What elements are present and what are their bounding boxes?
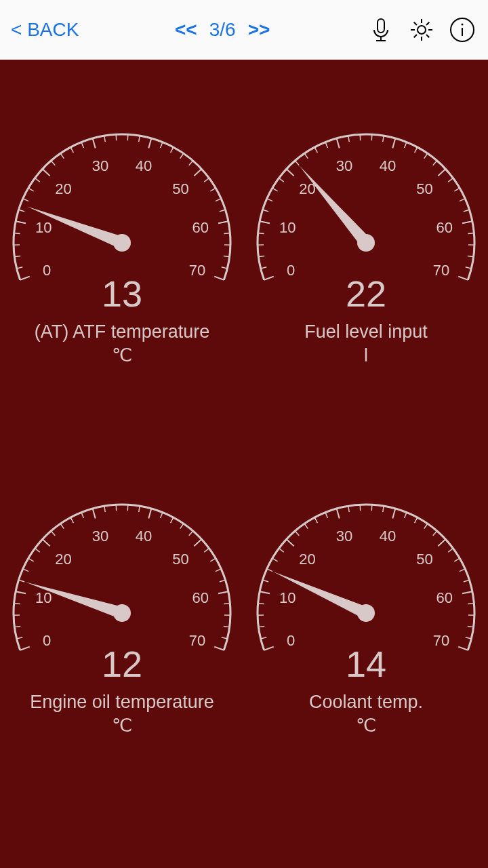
svg-line-113 xyxy=(93,509,96,518)
svg-text:0: 0 xyxy=(287,632,295,649)
svg-line-39 xyxy=(51,161,55,165)
svg-line-138 xyxy=(139,506,140,512)
svg-line-170 xyxy=(258,627,264,627)
svg-line-196 xyxy=(466,637,472,639)
svg-line-81 xyxy=(263,210,269,212)
svg-line-8 xyxy=(414,22,417,24)
svg-line-55 xyxy=(224,233,230,234)
svg-line-101 xyxy=(468,233,474,234)
svg-line-95 xyxy=(424,153,428,158)
svg-text:50: 50 xyxy=(416,180,432,197)
svg-line-175 xyxy=(272,558,278,561)
prev-page-button[interactable]: << xyxy=(175,19,197,41)
svg-line-82 xyxy=(267,199,272,201)
header-actions xyxy=(366,15,477,45)
svg-line-107 xyxy=(20,647,30,650)
svg-line-36 xyxy=(23,199,28,201)
svg-line-126 xyxy=(14,604,20,604)
svg-text:50: 50 xyxy=(416,551,432,568)
svg-line-61 xyxy=(264,277,274,280)
svg-line-123 xyxy=(17,637,23,639)
svg-line-111 xyxy=(43,539,50,546)
svg-line-94 xyxy=(415,147,418,153)
svg-line-130 xyxy=(35,549,40,552)
svg-line-97 xyxy=(448,178,453,182)
svg-line-119 xyxy=(218,591,228,593)
gauge-fuel-level[interactable]: 010203040506070 22 Fuel level inputl xyxy=(244,127,488,498)
back-button[interactable]: < BACK xyxy=(11,19,79,41)
svg-text:30: 30 xyxy=(92,157,108,174)
svg-line-27 xyxy=(218,221,228,223)
svg-line-54 xyxy=(220,210,226,212)
svg-line-188 xyxy=(433,531,437,536)
svg-line-179 xyxy=(314,517,317,523)
svg-text:40: 40 xyxy=(380,157,396,174)
gauge-atf-temp[interactable]: 010203040506070 13 (AT) ATF temperature℃ xyxy=(0,127,244,498)
svg-line-38 xyxy=(35,178,40,182)
svg-line-144 xyxy=(210,558,216,561)
svg-line-48 xyxy=(171,147,174,153)
svg-line-155 xyxy=(260,591,270,593)
svg-line-51 xyxy=(204,178,209,182)
svg-line-15 xyxy=(20,277,30,280)
svg-line-127 xyxy=(19,580,25,582)
svg-line-128 xyxy=(23,569,28,572)
mic-icon[interactable] xyxy=(366,15,396,45)
svg-text:50: 50 xyxy=(172,180,188,197)
svg-line-147 xyxy=(224,604,230,604)
gauge-label: (AT) ATF temperature℃ xyxy=(35,320,210,368)
svg-line-181 xyxy=(348,506,349,512)
svg-line-99 xyxy=(460,199,465,201)
svg-point-152 xyxy=(113,604,131,622)
gauge-grid: 010203040506070 13 (AT) ATF temperature℃… xyxy=(0,60,488,868)
gauge-value: 14 xyxy=(346,643,386,685)
svg-line-85 xyxy=(295,161,299,165)
svg-text:60: 60 xyxy=(192,219,208,236)
svg-line-141 xyxy=(180,524,184,528)
gear-icon[interactable] xyxy=(407,15,436,45)
svg-line-190 xyxy=(454,558,460,561)
svg-line-189 xyxy=(448,549,453,552)
svg-line-52 xyxy=(210,188,216,191)
svg-line-11 xyxy=(414,35,417,37)
svg-line-88 xyxy=(325,142,327,148)
svg-line-176 xyxy=(279,549,284,552)
svg-text:70: 70 xyxy=(189,632,205,649)
svg-line-178 xyxy=(304,524,308,528)
svg-text:10: 10 xyxy=(279,219,296,236)
svg-line-92 xyxy=(383,136,384,142)
svg-line-31 xyxy=(17,267,23,269)
svg-point-106 xyxy=(357,234,375,252)
svg-line-37 xyxy=(28,188,34,191)
svg-line-57 xyxy=(224,256,230,257)
svg-line-115 xyxy=(148,509,151,518)
svg-line-80 xyxy=(258,233,264,234)
svg-line-65 xyxy=(287,169,294,176)
gauge-label: Coolant temp.℃ xyxy=(309,690,423,738)
svg-line-117 xyxy=(194,539,201,546)
next-page-button[interactable]: >> xyxy=(248,19,270,41)
svg-line-169 xyxy=(261,637,267,639)
svg-line-100 xyxy=(464,210,470,212)
svg-text:20: 20 xyxy=(299,551,315,568)
svg-line-161 xyxy=(392,509,395,518)
svg-line-34 xyxy=(14,233,20,234)
info-icon[interactable] xyxy=(447,15,477,45)
svg-line-173 xyxy=(263,580,269,582)
svg-line-186 xyxy=(415,517,418,523)
svg-line-142 xyxy=(189,531,193,536)
svg-text:30: 30 xyxy=(92,528,108,545)
gauge-oil-temp[interactable]: 010203040506070 12 Engine oil temperatur… xyxy=(0,498,244,868)
svg-line-49 xyxy=(180,153,184,158)
svg-line-140 xyxy=(171,517,174,523)
svg-line-180 xyxy=(325,513,327,518)
gauge-label: Fuel level inputl xyxy=(304,320,428,368)
svg-line-71 xyxy=(438,169,445,176)
svg-line-172 xyxy=(258,604,264,604)
svg-text:70: 70 xyxy=(189,262,205,279)
svg-text:40: 40 xyxy=(136,528,152,545)
svg-line-159 xyxy=(337,509,340,518)
gauge-coolant-temp[interactable]: 010203040506070 14 Coolant temp.℃ xyxy=(244,498,488,868)
svg-line-32 xyxy=(14,256,20,257)
svg-line-89 xyxy=(348,136,349,142)
